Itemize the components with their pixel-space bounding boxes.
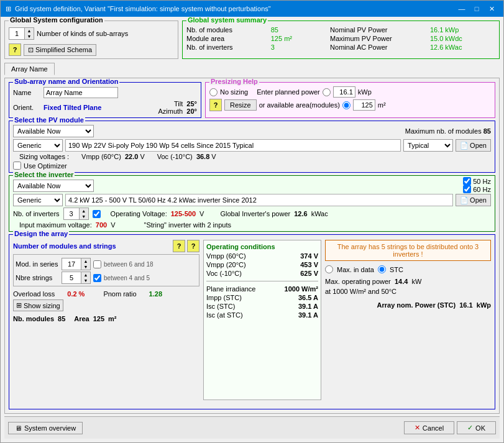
ok-button[interactable]: ✓ OK <box>457 421 496 434</box>
inv-open-icon: 📄 <box>460 196 469 204</box>
input-max-label: Input maximum voltage: <box>19 221 92 229</box>
mod-series-label: Mod. in series <box>16 260 59 268</box>
config-row: 1 ▲ ▼ Number of kinds of sub-arrays <box>9 27 174 40</box>
nb-inverters-spinner[interactable]: 3 ▲ ▼ <box>63 208 89 220</box>
cancel-button[interactable]: ✕ Cancel <box>404 421 454 434</box>
help-button[interactable]: ? <box>9 43 21 56</box>
orient-row: Orient. Fixed Tilted Plane Tilt 25° Azim… <box>13 100 197 115</box>
close-button[interactable]: ✕ <box>485 3 498 14</box>
hz50-checkbox[interactable] <box>463 177 471 185</box>
area-radio[interactable] <box>342 101 351 109</box>
mod-series-between: between 6 and 18 <box>104 261 153 268</box>
presizing-help-btn[interactable]: ? <box>209 99 222 111</box>
nb-modules-label: Nb. of modules <box>186 26 266 34</box>
pv-typical-dropdown[interactable]: Typical <box>403 139 453 152</box>
mod-series-checkbox[interactable] <box>93 260 101 268</box>
ok-icon: ✓ <box>467 424 473 432</box>
area-label: Area <box>74 315 89 322</box>
mod-series-up[interactable]: ▲ <box>81 258 90 264</box>
sys-overview-button[interactable]: 🖥 System overview <box>8 422 83 434</box>
show-sizing-label: Show sizing <box>24 302 60 309</box>
spinner-up[interactable]: ▲ <box>25 28 34 34</box>
nbre-strings-input[interactable]: 5 <box>62 272 81 283</box>
design-left: Number of modules and strings ? ? Mod. i… <box>13 240 199 400</box>
pv-open-button[interactable]: 📄 Open <box>456 139 491 152</box>
main-window: ⊞ Grid system definition, Variant "First… <box>0 0 504 443</box>
tab-bar: Array Name <box>4 63 500 75</box>
pv-module-row2: Generic 190 Wp 22V Si-poly Poly 190 Wp 5… <box>13 139 491 152</box>
resize-button[interactable]: Resize <box>224 99 257 111</box>
tilt-label: Tilt 25° <box>158 100 197 107</box>
no-sizing-row: No sizing Enter planned power 16.1 kWp <box>209 86 491 98</box>
pv-availability-dropdown[interactable]: Available Now All <box>13 125 94 137</box>
inv-spinner-up[interactable]: ▲ <box>80 208 88 214</box>
plane-irr-value: 1000 W/m² <box>285 285 318 293</box>
show-sizing-icon: ⊞ <box>16 301 22 309</box>
nb-inverters-input[interactable]: 3 <box>64 208 79 219</box>
hz50-label[interactable]: 50 Hz <box>463 177 491 185</box>
power-value-input[interactable]: 16.1 <box>333 86 355 98</box>
inv-availability-dropdown[interactable]: Available Now All <box>13 180 94 192</box>
inv-open-button[interactable]: 📄 Open <box>456 194 491 206</box>
max-in-data-label: Max. in data <box>337 266 374 273</box>
overload-loss-value: 0.2 % <box>67 290 85 298</box>
vmpp-20-row: Vmpp (20°C) 453 V <box>206 261 318 268</box>
no-sizing-radio[interactable] <box>209 88 218 96</box>
inverter-title: Select the inverter <box>13 171 75 178</box>
mod-series-spinner[interactable]: 17 ▲ ▼ <box>62 258 91 270</box>
inverter-section: Select the inverter 50 Hz 60 Hz Availabl… <box>9 175 495 232</box>
nbre-strings-down[interactable]: ▼ <box>81 278 90 283</box>
nb-modules-label: Nb. modules <box>13 315 54 322</box>
nbre-strings-checkbox[interactable] <box>93 274 101 282</box>
stc-radio[interactable] <box>378 265 386 273</box>
name-input[interactable]: Array Name <box>44 87 118 98</box>
sizing-voltages-label: Sizing voltages : <box>19 153 69 160</box>
spinner-down[interactable]: ▼ <box>25 34 34 39</box>
maximize-button[interactable]: □ <box>470 3 483 14</box>
nb-modules-value: 85 <box>58 315 65 322</box>
max-op-power-row: Max. operating power 14.4 kW <box>325 278 491 285</box>
pv-brand-dropdown[interactable]: Generic <box>13 139 63 152</box>
max-op-power-value: 14.4 <box>395 278 408 285</box>
irr-row: Plane irradiance 1000 W/m² Impp (STC) 36… <box>206 281 318 310</box>
inv-nb-checkbox[interactable] <box>93 210 101 218</box>
pnom-ratio-label: Pnom ratio <box>103 290 136 298</box>
design-help-btn-2[interactable]: ? <box>187 240 199 252</box>
max-in-data-radio[interactable] <box>325 265 333 273</box>
nbre-strings-up[interactable]: ▲ <box>81 272 90 278</box>
isc-stc-label: Isc (STC) <box>206 303 235 310</box>
stc-radio-row: Max. in data STC <box>325 265 491 273</box>
hz60-label[interactable]: 60 Hz <box>463 185 491 193</box>
area-value-input[interactable]: 125 <box>353 99 375 111</box>
op-voltage-unit: V <box>199 210 204 217</box>
minimize-button[interactable]: — <box>455 3 469 14</box>
design-inner: Number of modules and strings ? ? Mod. i… <box>13 240 491 400</box>
inv-brand-dropdown[interactable]: Generic <box>13 194 63 206</box>
inv-spinner-down[interactable]: ▼ <box>80 214 88 219</box>
inv-stats-row: Input maximum voltage: 700 V "String" in… <box>19 221 491 229</box>
area-row: ? Resize or available area(modules) 125 … <box>209 99 491 111</box>
enter-power-label: Enter planned power <box>257 88 320 96</box>
mod-series-input[interactable]: 17 <box>62 258 81 270</box>
show-sizing-button[interactable]: ⊞ Show sizing <box>13 299 63 311</box>
inv-row1: Available Now All <box>13 180 491 192</box>
global-summary-title: Global system summary <box>186 17 268 24</box>
num-subarrays-label: Number of kinds of sub-arrays <box>37 30 128 37</box>
vmpp-20-label: Vmpp (20°C) <box>206 261 246 268</box>
design-section: Design the array Number of modules and s… <box>9 234 495 409</box>
tab-array-name[interactable]: Array Name <box>4 63 55 75</box>
global-power-unit: kWac <box>311 210 328 217</box>
mod-series-down[interactable]: ▼ <box>81 264 90 270</box>
hz60-checkbox[interactable] <box>463 185 471 193</box>
nbre-strings-spinner[interactable]: 5 ▲ ▼ <box>62 272 91 284</box>
num-subarrays-input[interactable]: 1 <box>9 28 24 39</box>
optimizer-checkbox[interactable] <box>13 162 21 170</box>
overload-row: Overload loss 0.2 % Pnom ratio 1.28 <box>13 290 199 298</box>
isc-stc-row: Isc (STC) 39.1 A <box>206 303 318 310</box>
cancel-icon: ✕ <box>415 424 420 432</box>
schema-button[interactable]: ⊡ Simplified Schema <box>24 44 96 56</box>
input-max-value: 700 <box>96 221 107 229</box>
design-help-btn-1[interactable]: ? <box>173 240 185 252</box>
enter-power-radio[interactable] <box>323 88 331 96</box>
num-subarrays-spinner[interactable]: 1 ▲ ▼ <box>9 27 34 40</box>
